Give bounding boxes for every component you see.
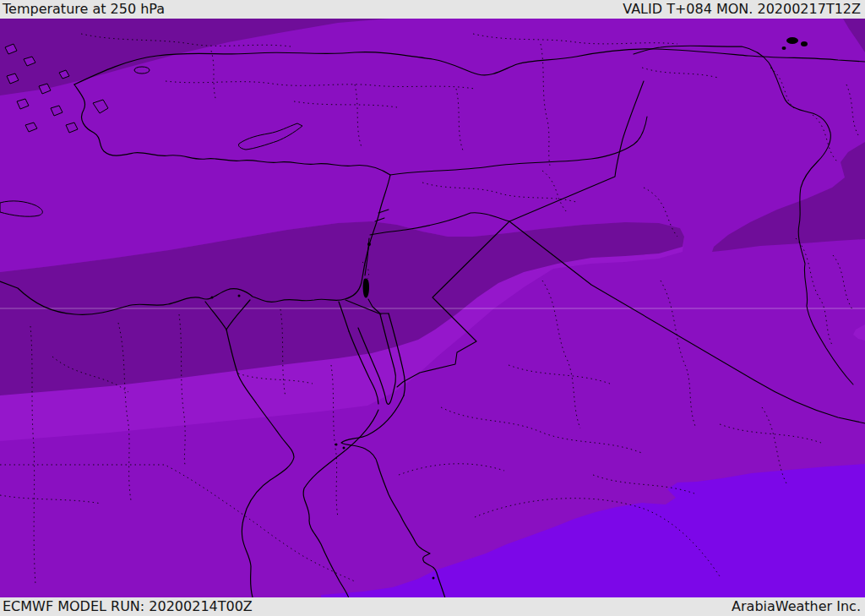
provider-credit: ArabiaWeather Inc. [732,597,861,616]
footer-bar: ECMWF MODEL RUN: 20200214T00Z ArabiaWeat… [0,597,865,616]
header-bar: Temperature at 250 hPa VALID T+084 MON. … [0,0,865,19]
lake-sevan [782,46,786,50]
delta-lagoon [238,295,241,297]
lake-urmia [801,41,808,46]
model-run-label: ECMWF MODEL RUN: 20200214T00Z [3,597,253,616]
tiran-island [343,447,345,450]
tiran-island [335,444,338,446]
dead-sea [363,278,369,297]
lake-van [786,37,798,44]
red-sea-island [432,577,435,580]
valid-time-label: VALID T+084 MON. 20200217T12Z [623,0,861,19]
sea-of-galilee [367,243,371,246]
delta-lagoon [211,297,214,299]
weather-map-screenshot: Temperature at 250 hPa VALID T+084 MON. … [0,0,865,616]
marmara-sea [134,67,150,74]
map-title: Temperature at 250 hPa [3,0,165,19]
map-canvas [0,0,865,616]
